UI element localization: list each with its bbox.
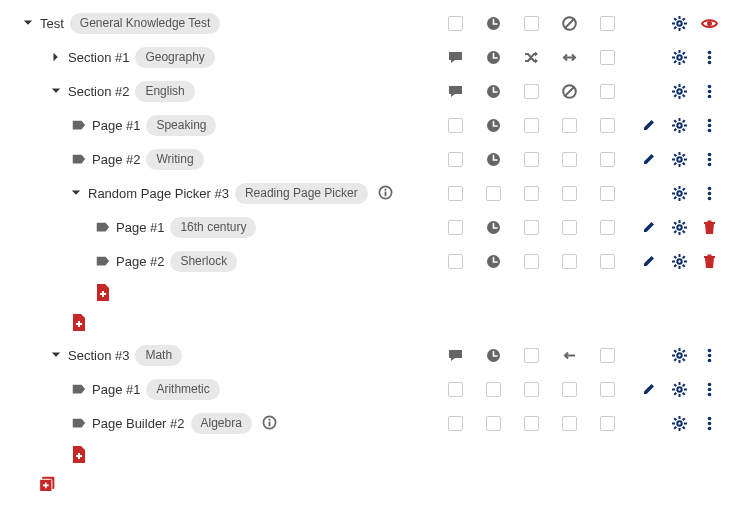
caret-down-icon[interactable] (70, 187, 82, 199)
edit-icon[interactable] (634, 215, 664, 239)
col-box[interactable] (588, 113, 626, 137)
more-vert-icon[interactable] (694, 113, 724, 137)
caret-down-icon[interactable] (50, 349, 62, 361)
col-box[interactable] (588, 79, 626, 103)
chat-icon[interactable] (436, 45, 474, 69)
gear-icon[interactable] (664, 113, 694, 137)
more-vert-icon[interactable] (694, 79, 724, 103)
section-row[interactable]: Section #3 Math (6, 338, 730, 372)
page-chip[interactable]: 16th century (170, 217, 256, 238)
clock-icon[interactable] (474, 79, 512, 103)
gear-icon[interactable] (664, 411, 694, 435)
col-box[interactable] (436, 113, 474, 137)
gear-icon[interactable] (664, 249, 694, 273)
more-vert-icon[interactable] (694, 411, 724, 435)
caret-down-icon[interactable] (50, 85, 62, 97)
col-box[interactable] (588, 343, 626, 367)
gear-icon[interactable] (664, 45, 694, 69)
page-row[interactable]: Page #2 Sherlock (6, 244, 730, 278)
trash-icon[interactable] (694, 249, 724, 273)
test-row[interactable]: Test General Knowledge Test (6, 6, 730, 40)
col-box[interactable] (588, 377, 626, 401)
col-box[interactable] (588, 249, 626, 273)
page-chip[interactable]: Writing (146, 149, 203, 170)
section-chip[interactable]: Math (135, 345, 182, 366)
more-vert-icon[interactable] (694, 147, 724, 171)
col-box[interactable] (436, 377, 474, 401)
add-section-button[interactable] (6, 470, 730, 500)
col-box[interactable] (550, 181, 588, 205)
gear-icon[interactable] (664, 147, 694, 171)
section-row[interactable]: Section #2 English (6, 74, 730, 108)
col-box[interactable] (550, 411, 588, 435)
clock-icon[interactable] (474, 147, 512, 171)
col-box[interactable] (512, 147, 550, 171)
col-box[interactable] (588, 411, 626, 435)
clock-icon[interactable] (474, 113, 512, 137)
col-box[interactable] (512, 11, 550, 35)
shuffle-icon[interactable] (512, 45, 550, 69)
page-row[interactable]: Page Builder #2 Algebra (6, 406, 730, 440)
block-icon[interactable] (550, 79, 588, 103)
add-page-button[interactable] (6, 440, 730, 470)
page-chip[interactable]: Arithmetic (146, 379, 219, 400)
info-icon[interactable] (262, 415, 278, 431)
gear-icon[interactable] (664, 343, 694, 367)
gear-icon[interactable] (664, 181, 694, 205)
page-chip[interactable]: Sherlock (170, 251, 237, 272)
col-box[interactable] (512, 215, 550, 239)
col-box[interactable] (512, 343, 550, 367)
caret-down-icon[interactable] (22, 17, 34, 29)
test-chip[interactable]: General Knowledge Test (70, 13, 221, 34)
col-box[interactable] (588, 11, 626, 35)
clock-icon[interactable] (474, 11, 512, 35)
col-box[interactable] (474, 377, 512, 401)
gear-icon[interactable] (664, 215, 694, 239)
col-box[interactable] (588, 215, 626, 239)
col-box[interactable] (436, 181, 474, 205)
edit-icon[interactable] (634, 113, 664, 137)
col-box[interactable] (550, 147, 588, 171)
trash-icon[interactable] (694, 215, 724, 239)
chat-icon[interactable] (436, 79, 474, 103)
gear-icon[interactable] (664, 11, 694, 35)
gear-icon[interactable] (664, 79, 694, 103)
page-chip[interactable]: Algebra (191, 413, 252, 434)
section-chip[interactable]: English (135, 81, 194, 102)
more-vert-icon[interactable] (694, 343, 724, 367)
clock-icon[interactable] (474, 249, 512, 273)
clock-icon[interactable] (474, 343, 512, 367)
add-page-button[interactable] (6, 308, 730, 338)
section-row[interactable]: Section #1 Geography (6, 40, 730, 74)
col-box[interactable] (474, 181, 512, 205)
col-box[interactable] (550, 249, 588, 273)
page-chip[interactable]: Speaking (146, 115, 216, 136)
col-box[interactable] (436, 249, 474, 273)
back-arrow-icon[interactable] (550, 343, 588, 367)
col-box[interactable] (550, 215, 588, 239)
col-box[interactable] (588, 45, 626, 69)
page-row[interactable]: Page #1 Speaking (6, 108, 730, 142)
page-row[interactable]: Page #1 16th century (6, 210, 730, 244)
col-box[interactable] (512, 249, 550, 273)
edit-icon[interactable] (634, 377, 664, 401)
col-box[interactable] (588, 147, 626, 171)
col-box[interactable] (512, 411, 550, 435)
clock-icon[interactable] (474, 215, 512, 239)
col-box[interactable] (436, 215, 474, 239)
more-vert-icon[interactable] (694, 181, 724, 205)
swap-icon[interactable] (550, 45, 588, 69)
col-box[interactable] (436, 147, 474, 171)
col-box[interactable] (512, 79, 550, 103)
block-icon[interactable] (550, 11, 588, 35)
page-row[interactable]: Page #1 Arithmetic (6, 372, 730, 406)
col-box[interactable] (512, 377, 550, 401)
eye-icon[interactable] (694, 11, 724, 35)
col-box[interactable] (550, 113, 588, 137)
section-chip[interactable]: Geography (135, 47, 214, 68)
caret-right-icon[interactable] (50, 51, 62, 63)
col-box[interactable] (550, 377, 588, 401)
col-box[interactable] (512, 181, 550, 205)
col-box[interactable] (436, 411, 474, 435)
edit-icon[interactable] (634, 147, 664, 171)
